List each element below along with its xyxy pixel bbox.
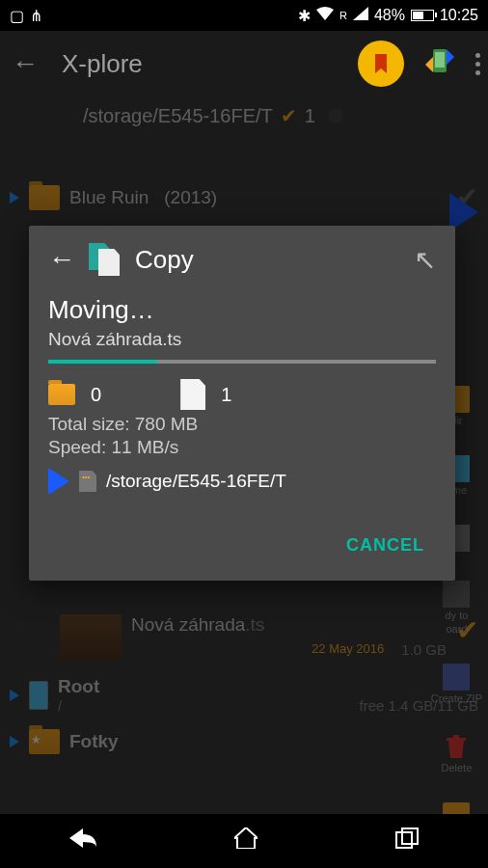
bookmark-icon: [375, 54, 387, 73]
storage-icon: •••: [79, 471, 96, 492]
destination-row: ••• /storage/E545-16FE/T: [48, 468, 436, 495]
status-label: Moving…: [48, 295, 436, 325]
nav-back-icon[interactable]: [69, 828, 96, 854]
clock: 10:25: [440, 7, 478, 24]
check-icon[interactable]: ✔: [456, 181, 478, 213]
files-count: 1: [221, 384, 231, 406]
thumbnail: [60, 614, 122, 661]
progress-bar: [48, 360, 436, 364]
svg-rect-2: [396, 832, 412, 848]
sync-button[interactable]: [421, 45, 458, 82]
side-create-zip[interactable]: Create ZIP: [431, 664, 482, 704]
arrow-right-icon: [48, 468, 69, 495]
wifi-icon: [316, 7, 334, 24]
recent-apps-icon: ▢: [10, 7, 24, 25]
folder-icon: [29, 185, 60, 210]
folders-count: 0: [91, 384, 101, 406]
side-clipboard[interactable]: dy to oard: [443, 581, 470, 635]
bluetooth-icon: ✱: [298, 7, 311, 25]
breadcrumb[interactable]: /storage/E545-16FE/T ✔ 1: [0, 96, 488, 135]
nav-recents-icon[interactable]: [395, 827, 419, 854]
trash-icon: [443, 733, 470, 760]
nav-home-icon[interactable]: [234, 827, 258, 854]
expand-icon: [10, 736, 19, 747]
signal-icon: [353, 7, 368, 24]
battery-pct: 48%: [374, 7, 405, 24]
expand-icon: [10, 192, 19, 203]
app-bar: ← X-plore: [0, 31, 488, 96]
expand-icon[interactable]: ↖: [414, 244, 436, 276]
dialog-title: Copy: [135, 245, 194, 275]
side-delete[interactable]: Delete: [442, 733, 473, 773]
list-item[interactable]: ★ Fotky: [0, 721, 488, 762]
app-title: X-plore: [62, 49, 143, 79]
svg-rect-3: [402, 828, 418, 844]
back-icon[interactable]: ←: [12, 48, 39, 79]
overflow-menu-icon[interactable]: [475, 53, 480, 75]
check-icon[interactable]: ✔: [456, 614, 478, 646]
roaming-icon: R: [339, 10, 347, 21]
cancel-button[interactable]: CANCEL: [335, 528, 436, 563]
folder-icon: ★: [29, 729, 60, 754]
battery-icon: [411, 10, 434, 21]
current-file: Nová záhrada.ts: [48, 329, 436, 350]
expand-icon: [10, 690, 19, 701]
list-item[interactable]: Root / free 1.4 GB/11 GB: [0, 668, 488, 721]
speed: Speed: 11 MB/s: [48, 437, 436, 458]
dialog-back-icon[interactable]: ←: [48, 244, 75, 275]
bookmark-button[interactable]: [358, 41, 404, 87]
list-item[interactable]: Blue Ruin (2013) ✔: [0, 174, 488, 221]
file-icon: [180, 379, 205, 410]
folder-icon: [48, 384, 75, 405]
copy-dialog: ← Copy ↖ Moving… Nová záhrada.ts 0 1 Tot…: [29, 226, 455, 581]
device-icon: [29, 681, 48, 710]
copy-icon: [89, 243, 122, 276]
status-bar: ▢ ⋔ ✱ R 48% 10:25: [0, 0, 488, 31]
destination-path: /storage/E545-16FE/T: [106, 471, 286, 492]
svg-rect-1: [435, 52, 445, 68]
list-item[interactable]: Nová záhrada.ts 22 May 2016 1.0 GB ✔: [0, 607, 488, 668]
nav-bar: [0, 814, 488, 868]
usb-icon: ⋔: [30, 7, 42, 25]
total-size: Total size: 780 MB: [48, 414, 436, 435]
